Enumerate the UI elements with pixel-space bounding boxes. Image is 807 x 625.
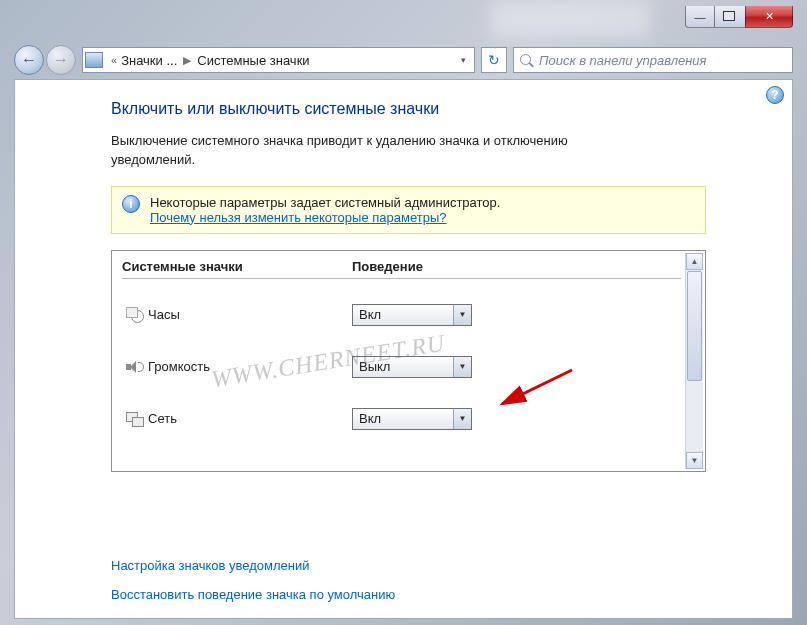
chevron-down-icon: ▼ (453, 409, 471, 429)
info-text: Некоторые параметры задает системный адм… (150, 195, 500, 210)
address-dropdown-icon[interactable]: ▾ (454, 55, 472, 65)
refresh-icon: ↻ (488, 52, 500, 68)
control-panel-icon (85, 52, 103, 68)
row-label-clock: Часы (148, 307, 352, 322)
row-label-volume: Громкость (148, 359, 352, 374)
clock-icon (126, 307, 144, 323)
page-description: Выключение системного значка приводит к … (111, 132, 651, 170)
configure-notification-icons-link[interactable]: Настройка значков уведомлений (111, 558, 395, 573)
nav-forward-button[interactable]: → (46, 45, 76, 75)
scroll-up-button[interactable]: ▲ (686, 253, 703, 270)
restore-default-behavior-link[interactable]: Восстановить поведение значка по умолчан… (111, 587, 395, 602)
column-header-behavior: Поведение (352, 259, 681, 274)
window-maximize-button[interactable] (715, 6, 745, 28)
behavior-select-clock[interactable]: Вкл ▼ (352, 304, 472, 326)
search-placeholder: Поиск в панели управления (539, 53, 707, 68)
breadcrumb-separator-icon: ▶ (183, 54, 191, 67)
behavior-select-volume[interactable]: Выкл ▼ (352, 356, 472, 378)
page-title: Включить или выключить системные значки (111, 100, 774, 118)
address-bar[interactable]: « Значки ... ▶ Системные значки ▾ (82, 47, 475, 73)
breadcrumb-item-2[interactable]: Системные значки (197, 53, 309, 68)
window-close-button[interactable]: ✕ (745, 6, 793, 28)
help-icon[interactable]: ? (766, 86, 784, 104)
table-row: Сеть Вкл ▼ (122, 393, 681, 445)
row-label-network: Сеть (148, 411, 352, 426)
info-icon: i (122, 195, 140, 213)
admin-info-banner: i Некоторые параметры задает системный а… (111, 186, 706, 234)
info-link[interactable]: Почему нельзя изменить некоторые парамет… (150, 210, 446, 225)
scrollbar[interactable]: ▲ ▼ (685, 253, 703, 469)
breadcrumb-overflow-icon: « (111, 54, 117, 66)
scroll-down-button[interactable]: ▼ (686, 452, 703, 469)
system-icons-panel: Системные значки Поведение Часы Вкл ▼ (111, 250, 706, 472)
column-header-name: Системные значки (122, 259, 352, 274)
volume-icon (126, 360, 144, 374)
network-icon (126, 412, 144, 426)
table-row: Часы Вкл ▼ (122, 289, 681, 341)
search-input[interactable]: Поиск в панели управления (513, 47, 793, 73)
chevron-down-icon: ▼ (453, 305, 471, 325)
maximize-icon (725, 13, 735, 21)
table-row: Громкость Выкл ▼ (122, 341, 681, 393)
nav-back-button[interactable]: ← (14, 45, 44, 75)
behavior-select-network[interactable]: Вкл ▼ (352, 408, 472, 430)
scroll-thumb[interactable] (687, 271, 702, 381)
window-minimize-button[interactable]: — (685, 6, 715, 28)
refresh-button[interactable]: ↻ (481, 47, 507, 73)
search-icon (520, 54, 533, 67)
chevron-down-icon: ▼ (453, 357, 471, 377)
breadcrumb-item-1[interactable]: Значки ... (121, 53, 177, 68)
